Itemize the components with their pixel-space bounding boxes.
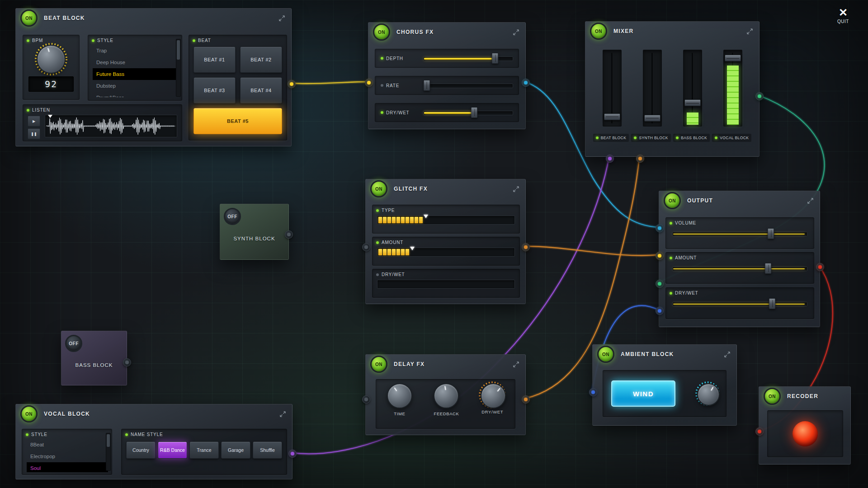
bass-fader-handle[interactable] <box>684 99 701 106</box>
drywet-seg-track[interactable] <box>377 280 515 289</box>
drywet-slider-handle[interactable] <box>471 107 478 118</box>
delay-knob-group: TIME FEEDBACK DRY/WET <box>376 379 515 429</box>
bass-output-port[interactable] <box>123 358 131 366</box>
power-toggle[interactable]: OFF <box>224 208 241 225</box>
style-scrollbar[interactable] <box>176 39 181 97</box>
power-toggle[interactable]: ON <box>20 405 38 422</box>
beat-2-button[interactable]: BEAT #2 <box>240 47 282 73</box>
synth-fader-handle[interactable] <box>644 115 660 122</box>
delay-output-port[interactable] <box>522 395 530 404</box>
name-style-rnb-button[interactable]: R&B Dance <box>158 441 187 459</box>
resize-icon[interactable] <box>511 27 521 37</box>
depth-slider-handle[interactable] <box>492 53 499 64</box>
glitch-output-port[interactable] <box>522 243 530 251</box>
style-option[interactable]: Trap <box>93 45 178 56</box>
power-toggle[interactable]: ON <box>20 9 38 27</box>
power-toggle[interactable]: ON <box>370 356 387 373</box>
name-style-trance-button[interactable]: Trance <box>189 441 219 459</box>
drywet-slider[interactable] <box>423 108 513 117</box>
name-style-shuffle-button[interactable]: Shuffle <box>253 441 282 459</box>
beat-3-button[interactable]: BEAT #3 <box>193 77 236 103</box>
type-marker[interactable] <box>424 215 428 218</box>
style-option[interactable]: Dubstep <box>93 80 178 92</box>
ambient-knob[interactable] <box>697 383 720 406</box>
drywet-knob[interactable] <box>481 383 506 408</box>
beat-4-button[interactable]: BEAT #4 <box>240 77 282 103</box>
rate-slider[interactable] <box>423 81 513 90</box>
vocal-output-port[interactable] <box>288 450 297 458</box>
amount-slider-handle[interactable] <box>765 263 772 274</box>
volume-slider[interactable] <box>672 229 807 238</box>
resize-icon[interactable] <box>511 359 521 369</box>
vocal-style-scrollbar[interactable] <box>106 433 111 471</box>
recoder-input-port[interactable] <box>755 427 764 436</box>
power-toggle[interactable]: ON <box>764 388 781 405</box>
style-option[interactable]: Drum&Bass <box>93 92 178 97</box>
resize-icon[interactable] <box>745 26 755 36</box>
mixer-input-port-vocal[interactable] <box>606 155 614 163</box>
resize-icon[interactable] <box>278 409 288 419</box>
amount-slider[interactable] <box>672 264 807 273</box>
amount-seg-track[interactable] <box>377 248 515 257</box>
pause-button[interactable]: ❚❚ <box>28 128 40 139</box>
time-knob[interactable] <box>387 383 412 408</box>
waveform-display[interactable] <box>45 115 177 137</box>
style-option[interactable]: Deep House <box>93 56 178 68</box>
resize-icon[interactable] <box>511 184 521 194</box>
feedback-knob[interactable] <box>434 383 459 408</box>
beat-block-output-port[interactable] <box>288 80 296 88</box>
resize-icon[interactable] <box>277 13 287 23</box>
mixer-output-port[interactable] <box>755 92 764 100</box>
ambient-sound-display[interactable]: WIND <box>611 380 675 407</box>
beat-fader-handle[interactable] <box>604 113 620 120</box>
play-button[interactable]: ▶ <box>28 116 40 127</box>
drywet-slider-handle[interactable] <box>769 298 776 309</box>
mixer-input-port-delay[interactable] <box>636 155 644 163</box>
name-style-garage-button[interactable]: Garage <box>221 441 250 459</box>
drywet-slider[interactable] <box>672 299 807 308</box>
vocal-fader-track[interactable] <box>723 50 742 127</box>
style-label: STYLE <box>31 432 47 437</box>
synth-output-port[interactable] <box>285 230 293 239</box>
bpm-knob[interactable] <box>37 45 66 74</box>
chorus-output-port[interactable] <box>522 79 530 87</box>
beat-5-button[interactable]: BEAT #5 <box>193 108 282 134</box>
style-option[interactable]: Future Bass <box>93 68 178 80</box>
recoder-panel: ON RECODER <box>759 386 851 465</box>
output-input-port-1[interactable] <box>656 224 664 232</box>
output-output-port[interactable] <box>816 263 824 271</box>
power-toggle[interactable]: ON <box>370 180 387 197</box>
amount-marker[interactable] <box>410 247 415 250</box>
resize-icon[interactable] <box>805 196 815 206</box>
style-option[interactable]: Soul <box>27 462 108 472</box>
chorus-input-port[interactable] <box>365 79 373 87</box>
depth-slider[interactable] <box>423 54 513 63</box>
playhead-marker[interactable] <box>48 115 52 118</box>
resize-icon[interactable] <box>722 349 732 359</box>
output-input-port-4[interactable] <box>656 307 664 315</box>
bass-fader-track[interactable] <box>683 50 702 127</box>
type-seg-track[interactable] <box>377 216 515 225</box>
quit-button[interactable]: ✕ QUIT <box>837 7 849 24</box>
record-button[interactable] <box>793 421 818 446</box>
glitch-input-port[interactable] <box>362 243 370 251</box>
beat-fader-track[interactable] <box>603 50 622 127</box>
power-toggle[interactable]: ON <box>590 23 607 40</box>
beat-1-button[interactable]: BEAT #1 <box>193 47 236 73</box>
vocal-fader-handle[interactable] <box>725 55 741 61</box>
style-option[interactable]: 8Beat <box>27 439 108 450</box>
synth-fader-track[interactable] <box>643 50 662 127</box>
delay-input-port[interactable] <box>362 395 370 404</box>
ambient-input-port[interactable] <box>589 388 597 396</box>
output-input-port-3[interactable] <box>656 280 664 288</box>
power-toggle[interactable]: OFF <box>65 335 82 352</box>
style-option[interactable]: Electropop <box>27 450 108 462</box>
name-style-country-button[interactable]: Country <box>126 441 156 459</box>
power-toggle[interactable]: ON <box>597 346 614 363</box>
output-input-port-2[interactable] <box>656 252 664 260</box>
power-toggle[interactable]: ON <box>373 23 390 41</box>
volume-slider-handle[interactable] <box>768 228 774 239</box>
rate-slider-handle[interactable] <box>423 80 430 91</box>
close-icon[interactable]: ✕ <box>839 7 848 18</box>
power-toggle[interactable]: ON <box>664 192 681 209</box>
